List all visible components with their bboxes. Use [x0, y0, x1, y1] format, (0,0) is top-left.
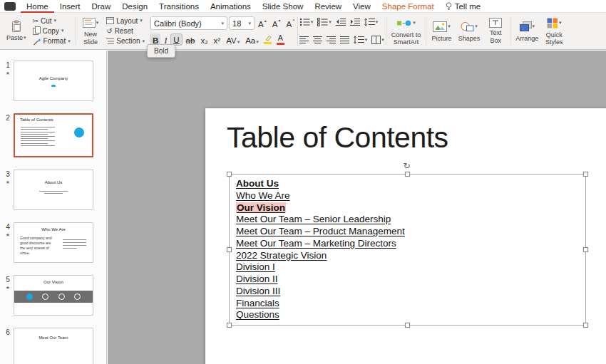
justify-button[interactable]: [339, 34, 351, 46]
resize-handle-e[interactable]: [583, 247, 588, 252]
vertical-align-button[interactable]: ▾: [352, 34, 369, 46]
decrease-font-size-button[interactable]: A ▾: [270, 17, 283, 29]
decrease-indent-button[interactable]: [334, 16, 347, 28]
menu-animations[interactable]: Animations: [205, 0, 257, 13]
resize-handle-nw[interactable]: [227, 172, 232, 177]
resize-handle-n[interactable]: [405, 172, 410, 177]
arrange-button[interactable]: ▾ Arrange: [513, 14, 540, 48]
slide-1-thumbnail[interactable]: Agile Company: [14, 61, 93, 101]
transition-star-icon: ★: [6, 71, 10, 76]
text-box-icon: [489, 18, 502, 28]
toc-item[interactable]: About Us: [236, 178, 585, 190]
font-color-button[interactable]: A: [275, 33, 286, 46]
toc-item[interactable]: Division III: [236, 286, 585, 298]
slide-5-thumbnail[interactable]: Our Vision: [14, 275, 93, 316]
toc-item[interactable]: Our Vision: [236, 202, 585, 214]
subscript-button[interactable]: x₂: [198, 33, 210, 46]
resize-handle-s[interactable]: [405, 323, 410, 328]
rotate-handle[interactable]: ↻: [404, 162, 411, 170]
picture-label: Picture: [431, 35, 451, 42]
slide-2-thumbnail-selected[interactable]: Table of Contents: [14, 113, 93, 157]
app-icon[interactable]: [4, 2, 16, 11]
resize-handle-ne[interactable]: [583, 172, 588, 177]
slide-4-thumbnail[interactable]: Who We Are Good company and good discour…: [14, 222, 93, 263]
menu-view[interactable]: View: [347, 0, 376, 13]
new-slide-label-1: New: [84, 31, 97, 38]
text-line: [21, 136, 55, 137]
toc-text-lines: [21, 125, 59, 147]
align-center-button[interactable]: [312, 34, 324, 46]
text-direction-button[interactable]: ▾: [370, 34, 386, 46]
toc-item[interactable]: Meet Our Team – Product Management: [236, 226, 585, 238]
slide-row-6: 6 Meet Our Team: [2, 328, 103, 364]
toc-item[interactable]: Division II: [236, 274, 585, 286]
dropdown-caret-icon: ▾: [140, 18, 143, 24]
quick-styles-button[interactable]: ▾ Quick Styles: [543, 14, 565, 48]
resize-handle-w[interactable]: [227, 247, 232, 252]
strikethrough-button[interactable]: ab: [184, 33, 197, 46]
line-spacing-button[interactable]: ▾: [363, 16, 380, 28]
menu-design[interactable]: Design: [116, 0, 153, 13]
menu-transitions[interactable]: Transitions: [153, 0, 205, 13]
toc-item[interactable]: Division I: [236, 261, 585, 274]
toc-item-text: Division I: [236, 261, 275, 272]
bullet-list-icon: [299, 18, 310, 26]
menu-tell-me[interactable]: Tell me: [440, 0, 486, 13]
align-left-button[interactable]: [298, 34, 310, 46]
slide-5-number: 5 ★: [2, 275, 14, 316]
menu-shape-format[interactable]: Shape Format: [376, 0, 440, 13]
copy-button[interactable]: Copy ▾: [31, 26, 73, 36]
dropdown-caret-icon: ▾: [475, 24, 478, 29]
paste-button[interactable]: Paste▾: [4, 14, 29, 48]
menu-review[interactable]: Review: [309, 0, 347, 13]
slide-title[interactable]: Table of Contents: [227, 121, 448, 155]
slide-canvas[interactable]: Table of Contents ↻ About Us Who We Are …: [108, 51, 606, 364]
section-button[interactable]: Section ▾: [104, 36, 147, 46]
toc-item[interactable]: Meet Our Team – Marketing Directors: [236, 238, 585, 250]
menu-slide-show[interactable]: Slide Show: [257, 0, 309, 13]
toc-item[interactable]: 2022 Strategic Vision: [236, 250, 585, 262]
shapes-button[interactable]: ▾ Shapes: [456, 14, 483, 48]
underline-glyph: U: [173, 36, 179, 44]
numbering-button[interactable]: ▾: [316, 16, 333, 28]
superscript-button[interactable]: x²: [212, 33, 223, 46]
new-slide-button[interactable]: ▾ New Slide: [79, 14, 103, 48]
slide-3-thumbnail[interactable]: About Us: [14, 170, 93, 210]
toc-item[interactable]: Questions: [236, 309, 585, 321]
picture-button[interactable]: ▾ Picture: [429, 14, 454, 48]
dropdown-caret-icon: ▾: [143, 38, 145, 44]
toc-textbox-selected[interactable]: ↻ About Us Who We Are Our Vision Meet Ou…: [229, 174, 586, 326]
font-name-combo[interactable]: Calibri (Body) ▾: [150, 16, 227, 30]
convert-to-smartart-button[interactable]: ▾ Convert to SmartArt: [389, 14, 423, 48]
text-highlight-button[interactable]: [262, 34, 274, 45]
cut-button[interactable]: ✂ Cut ▾: [31, 16, 73, 26]
menu-insert[interactable]: Insert: [54, 0, 86, 13]
line-spacing-icon: [364, 18, 375, 26]
increase-indent-button[interactable]: [349, 16, 361, 28]
menu-draw[interactable]: Draw: [86, 0, 116, 13]
bullets-button[interactable]: ▾: [298, 16, 315, 28]
toc-item[interactable]: Financials: [236, 298, 585, 310]
character-spacing-button[interactable]: AV ▾: [224, 33, 242, 46]
text-box-button[interactable]: Text Box: [484, 14, 507, 48]
font-size-combo[interactable]: 18 ▾: [229, 16, 255, 30]
reset-button[interactable]: ↺ Reset: [104, 26, 147, 36]
current-slide[interactable]: Table of Contents ↻ About Us Who We Are …: [205, 108, 606, 364]
insert-group: ▾ Picture ▾ Shapes Text Box: [426, 14, 510, 48]
clear-formatting-button[interactable]: A ×: [284, 17, 297, 29]
format-painter-button[interactable]: Format ▾: [31, 36, 73, 46]
toc-item[interactable]: Meet Our Team – Senior Leadership: [236, 214, 585, 226]
increase-font-size-button[interactable]: A ▴: [256, 17, 269, 29]
resize-handle-sw[interactable]: [227, 323, 232, 328]
menu-home[interactable]: Home: [21, 0, 54, 13]
slide-row-3: 3 ★ About Us: [2, 170, 103, 210]
dropdown-caret-icon: ▾: [533, 24, 535, 29]
toc-item[interactable]: Who We Are: [236, 190, 585, 202]
dropdown-caret-icon: ▾: [96, 20, 99, 26]
align-right-button[interactable]: [325, 34, 337, 46]
slide-6-thumbnail[interactable]: Meet Our Team: [14, 328, 93, 364]
justify-icon: [340, 36, 349, 44]
resize-handle-se[interactable]: [583, 323, 588, 328]
layout-button[interactable]: Layout ▾: [104, 16, 147, 26]
change-case-button[interactable]: Aa ▾: [243, 33, 261, 46]
